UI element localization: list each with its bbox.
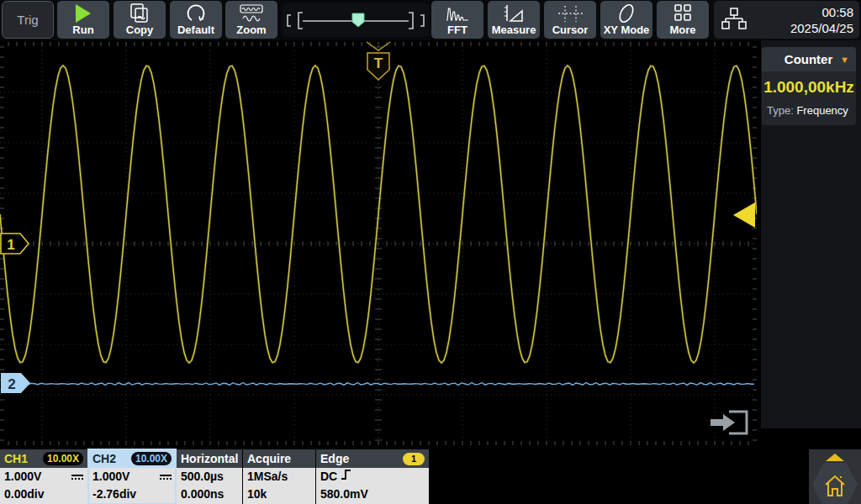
fft-spectrum-icon bbox=[445, 3, 470, 24]
counter-type-label: Type: bbox=[767, 104, 794, 117]
zoom-button[interactable]: Zoom bbox=[225, 1, 277, 39]
xy-mode-button[interactable]: XY Mode bbox=[600, 1, 652, 39]
memory-depth-value: 10k bbox=[247, 486, 267, 503]
horizontal-position-slider[interactable] bbox=[282, 3, 430, 37]
horizontal-label: Horizontal bbox=[181, 452, 238, 465]
ch2-position-marker[interactable]: 2 bbox=[1, 373, 30, 393]
cursor-crosshair-icon bbox=[557, 3, 584, 24]
clock-panel: 00:58 2025/04/25 bbox=[714, 1, 859, 39]
network-lan-icon[interactable] bbox=[720, 5, 747, 35]
slider-thumb[interactable] bbox=[352, 13, 364, 27]
measure-button[interactable]: Measure bbox=[488, 1, 540, 39]
cursor-button[interactable]: Cursor bbox=[544, 1, 596, 39]
trigger-level-value: 580.0mV bbox=[320, 486, 368, 503]
status-bar: CH1 10.00X 1.000V 0.00div CH2 10.00X 1.0… bbox=[0, 449, 861, 504]
more-button[interactable]: More bbox=[657, 1, 709, 39]
time-display: 00:58 bbox=[790, 4, 853, 20]
ch1-label: CH1 bbox=[4, 452, 28, 465]
copy-icon bbox=[129, 3, 151, 24]
fft-button[interactable]: FFT bbox=[431, 1, 483, 39]
ch1-offset: 0.00div bbox=[4, 486, 44, 503]
timebase-value: 500.0µs bbox=[181, 468, 224, 486]
trigger-position-marker[interactable]: T bbox=[367, 42, 390, 80]
trig-button[interactable]: Trig bbox=[2, 1, 54, 39]
date-display: 2025/04/25 bbox=[790, 20, 853, 36]
copy-button[interactable]: Copy bbox=[114, 1, 166, 39]
play-icon bbox=[76, 3, 91, 24]
horizontal-status-block[interactable]: Horizontal 500.0µs 0.000ns bbox=[177, 449, 242, 504]
trig-label: Trig bbox=[17, 13, 38, 27]
chevron-up-icon[interactable] bbox=[826, 454, 844, 461]
dc-coupling-icon bbox=[71, 475, 83, 480]
ch1-scale: 1.000V bbox=[4, 468, 41, 486]
delay-value: 0.000ns bbox=[181, 486, 224, 503]
chevron-down-icon[interactable]: ▼ bbox=[840, 55, 849, 65]
measure-ruler-icon bbox=[502, 3, 526, 24]
ch1-status-block[interactable]: CH1 10.00X 1.000V 0.00div bbox=[0, 449, 87, 504]
trigger-source-badge: 1 bbox=[403, 453, 425, 465]
ch1-probe-badge: 10.00X bbox=[43, 452, 83, 465]
acquire-status-block[interactable]: Acquire 1MSa/s 10k bbox=[243, 449, 315, 504]
reset-arrow-icon bbox=[185, 3, 207, 24]
default-button[interactable]: Default bbox=[170, 1, 222, 39]
counter-panel: Counter ▼ 1.000,00kHz Type: Frequency bbox=[762, 47, 856, 125]
trigger-coupling: DC bbox=[320, 468, 337, 486]
counter-type-value: Frequency bbox=[796, 104, 848, 117]
home-icon[interactable] bbox=[822, 473, 848, 501]
lissajous-ellipse-icon bbox=[615, 3, 638, 24]
right-sidebar: Counter ▼ 1.000,00kHz Type: Frequency bbox=[757, 40, 861, 449]
sample-rate-value: 1MSa/s bbox=[247, 468, 288, 486]
ch2-scale: 1.000V bbox=[92, 468, 129, 486]
waveform-display[interactable]: T 1 2 bbox=[0, 40, 757, 449]
slide-out-arrow-icon[interactable] bbox=[710, 412, 747, 433]
ch2-offset: -2.76div bbox=[92, 486, 136, 503]
counter-value: 1.000,00kHz bbox=[763, 78, 854, 97]
ch1-position-marker[interactable]: 1 bbox=[1, 234, 29, 254]
dc-coupling-icon bbox=[160, 475, 172, 480]
trigger-level-arrow[interactable] bbox=[733, 202, 755, 228]
svg-text:1: 1 bbox=[7, 237, 14, 253]
counter-title: Counter bbox=[777, 52, 840, 66]
rising-edge-icon bbox=[341, 468, 352, 486]
trigger-status-block[interactable]: Edge 1 DC 580.0mV bbox=[316, 449, 429, 504]
ch2-label: CH2 bbox=[92, 452, 116, 465]
svg-text:T: T bbox=[374, 55, 383, 71]
ch2-status-block[interactable]: CH2 10.00X 1.000V -2.76div bbox=[88, 449, 176, 504]
svg-text:2: 2 bbox=[8, 376, 15, 392]
bottom-right-corner-panel bbox=[809, 449, 861, 504]
edge-label: Edge bbox=[320, 452, 349, 465]
top-toolbar: Trig Run Copy Default bbox=[0, 0, 861, 40]
run-button[interactable]: Run bbox=[57, 1, 109, 39]
wave-zoom-icon bbox=[239, 3, 264, 24]
ch2-probe-badge: 10.00X bbox=[131, 452, 172, 465]
acquire-label: Acquire bbox=[247, 452, 291, 465]
grid-squares-icon bbox=[672, 3, 694, 24]
counter-header[interactable]: Counter ▼ bbox=[762, 47, 856, 71]
